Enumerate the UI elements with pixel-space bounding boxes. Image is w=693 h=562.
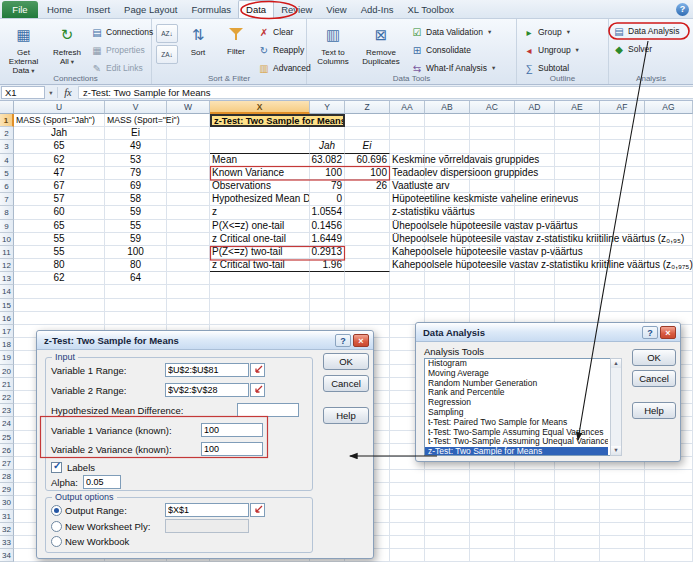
cell-AF30[interactable] [600,496,645,509]
cell-U6[interactable]: 67 [14,180,105,193]
cell-X6[interactable]: Observations [210,180,310,193]
row-header-16[interactable]: 16 [0,312,14,325]
cell-AG31[interactable] [645,510,693,523]
cell-AB32[interactable] [425,523,470,536]
ok-button[interactable]: OK [323,353,369,370]
column-header-AC[interactable]: AC [470,101,515,114]
cell-AG34[interactable] [645,549,693,562]
cell-AG29[interactable] [645,483,693,496]
column-header-AE[interactable]: AE [555,101,600,114]
cell-Z7[interactable] [345,193,390,206]
cell-U16[interactable] [14,312,105,325]
cell-AD14[interactable] [515,285,555,298]
cell-AG5[interactable] [645,167,693,180]
cell-AF5[interactable] [600,167,645,180]
cell-AB28[interactable] [425,470,470,483]
cell-AB31[interactable] [425,510,470,523]
cell-AC3[interactable] [470,140,515,153]
analysis-tool-item[interactable]: t-Test: Paired Two Sample for Means [425,418,608,428]
sort-az-button[interactable]: AZ↓ [156,24,178,43]
cell-AA34[interactable] [390,549,425,562]
row-header-30[interactable]: 30 [0,496,14,509]
cell-W6[interactable] [167,180,210,193]
tab-xl-toolbox[interactable]: XL Toolbox [400,0,460,18]
cell-AF7[interactable] [600,193,645,206]
cell-Y10[interactable]: 1.6449 [310,233,345,246]
cell-AG33[interactable] [645,536,693,549]
cell-AG7[interactable] [645,193,693,206]
cell-Y12[interactable]: 1.96 [310,259,345,272]
data-analysis-titlebar[interactable]: Data Analysis ? × [416,323,680,342]
cell-V13[interactable]: 64 [105,272,167,285]
cell-AC6[interactable] [470,180,515,193]
cell-AC33[interactable] [470,536,515,549]
cell-AF8[interactable] [600,206,645,219]
cell-W5[interactable] [167,167,210,180]
row-header-31[interactable]: 31 [0,510,14,523]
cell-U15[interactable] [14,299,105,312]
analysis-tool-item[interactable]: Rank and Percentile [425,388,608,398]
cell-AD1[interactable] [515,114,555,127]
cell-AE31[interactable] [555,510,600,523]
dialog-help-button[interactable]: ? [335,334,351,347]
variable-1-variance-input[interactable] [201,423,263,437]
cell-U8[interactable]: 60 [14,206,105,219]
cell-AA28[interactable] [390,470,425,483]
cell-AE6[interactable] [555,180,600,193]
connections-button[interactable]: ▤Connections [89,24,149,40]
tab-data[interactable]: Data [238,0,274,18]
column-header-AA[interactable]: AA [390,101,425,114]
cell-AE15[interactable] [555,299,600,312]
cell-AA13[interactable] [390,272,425,285]
column-header-AD[interactable]: AD [515,101,555,114]
cell-AC1[interactable] [470,114,515,127]
refresh-all-button[interactable]: ↻ Refresh All▾ [47,21,87,81]
cell-Z3[interactable]: Ei [345,140,390,153]
cell-X3[interactable] [210,140,310,153]
hypothesized-mean-input[interactable] [237,403,299,417]
output-range-radio[interactable] [51,505,62,516]
cancel-button[interactable]: Cancel [323,375,369,392]
tab-review[interactable]: Review [274,0,319,18]
cell-AE5[interactable] [555,167,600,180]
consolidate-button[interactable]: ⊞Consolidate [409,42,513,58]
cell-W10[interactable] [167,233,210,246]
cell-U13[interactable]: 62 [14,272,105,285]
list-scrollbar[interactable]: ▲ ▼ [610,358,622,456]
cell-V8[interactable]: 59 [105,206,167,219]
cell-AF13[interactable] [600,272,645,285]
cell-X10[interactable]: z Critical one-tail [210,233,310,246]
column-header-Z[interactable]: Z [345,101,390,114]
cell-AA2[interactable] [390,127,425,140]
cell-AF34[interactable] [600,549,645,562]
row-header-25[interactable]: 25 [0,431,14,444]
cell-AF2[interactable] [600,127,645,140]
cell-AE3[interactable] [555,140,600,153]
data-validation-button[interactable]: ☑Data Validation▾ [409,24,513,40]
cell-AG8[interactable] [645,206,693,219]
cell-AE33[interactable] [555,536,600,549]
cell-U7[interactable]: 57 [14,193,105,206]
cell-AF33[interactable] [600,536,645,549]
data-analysis-button[interactable]: ▤Data Analysis [611,23,691,39]
cell-X15[interactable] [210,299,310,312]
tab-page-layout[interactable]: Page Layout [117,0,184,18]
cell-Y3[interactable]: Jah [310,140,345,153]
cell-AE30[interactable] [555,496,600,509]
formula-input[interactable]: z-Test: Two Sample for Means [78,86,693,99]
cell-V5[interactable]: 79 [105,167,167,180]
cell-Z9[interactable] [345,220,390,233]
new-worksheet-radio[interactable] [51,521,62,532]
row-header-28[interactable]: 28 [0,470,14,483]
cell-AA7[interactable]: Hüpoteetiline keskmiste vaheline erinevu… [390,193,425,206]
cell-AC28[interactable] [470,470,515,483]
cell-X11[interactable]: P(Z<=z) two-tail [210,246,310,259]
column-header-W[interactable]: W [167,101,210,114]
solver-button[interactable]: ◆Solver [611,41,691,57]
cell-AF31[interactable] [600,510,645,523]
cell-W7[interactable] [167,193,210,206]
cell-Y9[interactable]: 0.1456 [310,220,345,233]
cell-AE32[interactable] [555,523,600,536]
alpha-input[interactable] [83,475,121,489]
column-header-AG[interactable]: AG [645,101,693,114]
